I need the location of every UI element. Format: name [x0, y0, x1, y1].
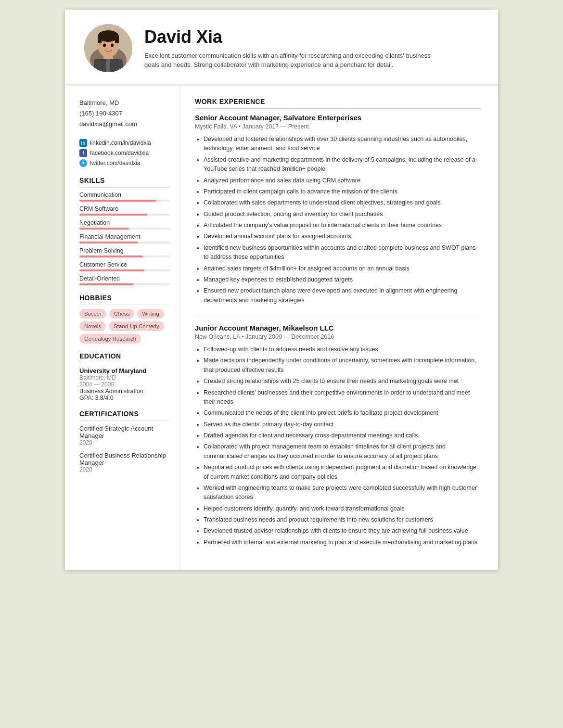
cert-name: Certified Business Relationship Manager — [79, 452, 170, 466]
bullet-item: Identified new business opportunities wi… — [204, 243, 481, 262]
svg-rect-6 — [115, 36, 119, 43]
bullet-item: Translated business needs and product re… — [204, 515, 481, 524]
bullet-item: Assisted creative and marketing departme… — [204, 155, 481, 174]
hobbies-section-title: HOBBIES — [79, 294, 170, 305]
skill-name: Financial Management — [79, 233, 170, 240]
linkedin-icon: in — [79, 139, 87, 147]
twitter-icon: ✦ — [79, 159, 87, 167]
skill-bar-fill — [79, 255, 143, 257]
svg-rect-10 — [106, 59, 110, 72]
skill-item: Customer Service — [79, 261, 170, 271]
job-title: Senior Account Manager, Salvatore Enterp… — [195, 114, 481, 122]
edu-school: University of Maryland — [79, 367, 170, 374]
cert-name: Certified Strategic Account Manager — [79, 425, 170, 439]
bullet-item: Communicated the needs of the client int… — [204, 409, 481, 418]
hobby-tag: Writing — [137, 309, 164, 319]
bullet-item: Participated in client campaign calls to… — [204, 187, 481, 196]
header-text: David Xia Excellent customer communicati… — [144, 27, 443, 70]
hobby-tag: Soccer — [79, 309, 106, 319]
job-meta: Mystic Falls, VA • January 2017 — Presen… — [195, 123, 481, 130]
bullet-item: Partnered with internal and external mar… — [204, 538, 481, 547]
edu-gpa: GPA: 3.8/4.0 — [79, 395, 170, 401]
job-item: Junior Account Manager, Mikaelson LLC Ne… — [195, 324, 481, 547]
cert-year: 2020 — [79, 466, 170, 473]
left-column: Baltimore, MD (165) 190-4307 davidxia@gm… — [65, 86, 180, 570]
twitter-link[interactable]: ✦ twitter.com/davidxia — [79, 159, 170, 167]
bullet-item: Worked with engineering teams to make su… — [204, 484, 481, 502]
skill-bar-bg — [79, 255, 170, 257]
skill-bar-bg — [79, 269, 170, 271]
body-section: Baltimore, MD (165) 190-4307 davidxia@gm… — [65, 86, 498, 570]
bullet-item: Collaborated with sales departments to u… — [204, 198, 481, 207]
resume-document: David Xia Excellent customer communicati… — [65, 10, 498, 570]
bullet-item: Ensured new product launch plans were de… — [204, 286, 481, 305]
bullet-item: Negotiated product prices with clients u… — [204, 463, 481, 482]
linkedin-url: linkedin.com/in/davidxia — [90, 140, 151, 146]
skill-bar-bg — [79, 242, 170, 243]
bullet-item: Attained sales targets of $4million+ for… — [204, 264, 481, 273]
bullet-item: Researched clients' businesses and their… — [204, 388, 481, 407]
bullet-item: Collaborated with project management tea… — [204, 442, 481, 461]
skills-container: Communication CRM Software Negotiation F… — [79, 192, 170, 285]
education-item: University of Maryland Baltimore, MD 200… — [79, 367, 170, 401]
work-experience-title: WORK EXPERIENCE — [195, 98, 481, 109]
skill-bar-bg — [79, 200, 170, 202]
skill-item: Negotiation — [79, 219, 170, 230]
bullet-item: Created strong relationships with 25 cli… — [204, 377, 481, 386]
contact-info: Baltimore, MD (165) 190-4307 davidxia@gm… — [79, 98, 170, 129]
skill-bar-bg — [79, 228, 170, 230]
skill-item: Communication — [79, 192, 170, 202]
svg-point-8 — [111, 44, 114, 47]
bullet-item: Followed-up with clients to address need… — [204, 345, 481, 354]
skill-bar-fill — [79, 283, 134, 285]
job-divider — [195, 316, 481, 316]
job-bullets: Developed and fostered relationships wit… — [195, 135, 481, 305]
hobby-tag: Genealogy Research — [79, 334, 141, 344]
edu-degree: Business Administration — [79, 388, 170, 395]
bullet-item: Developed and fostered relationships wit… — [204, 135, 481, 153]
contact-phone: (165) 190-4307 — [79, 108, 170, 119]
linkedin-link[interactable]: in linkedin.com/in/davidxia — [79, 139, 170, 147]
education-section-title: EDUCATION — [79, 352, 170, 363]
skill-bar-fill — [79, 269, 144, 271]
skill-bar-fill — [79, 242, 138, 243]
facebook-url: facebook.com/davidxia — [90, 150, 149, 156]
avatar — [84, 24, 132, 72]
education-container: University of Maryland Baltimore, MD 200… — [79, 367, 170, 401]
bullet-item: Managed key expenses to established budg… — [204, 275, 481, 284]
certifications-section-title: CERTIFICATIONS — [79, 410, 170, 421]
skill-name: Customer Service — [79, 261, 170, 268]
skill-bar-fill — [79, 228, 129, 230]
candidate-name: David Xia — [144, 27, 443, 47]
job-bullets: Followed-up with clients to address need… — [195, 345, 481, 547]
skill-item: CRM Software — [79, 205, 170, 216]
skill-name: Detail-Oriented — [79, 275, 170, 282]
bullet-item: Served as the clients' primary day-to-da… — [204, 420, 481, 429]
bullet-item: Drafted agendas for client and necessary… — [204, 431, 481, 440]
hobby-tag: Novels — [79, 321, 106, 331]
candidate-summary: Excellent customer communication skills … — [144, 51, 443, 70]
bullet-item: Developed annual account plans for assig… — [204, 232, 481, 241]
job-item: Senior Account Manager, Salvatore Enterp… — [195, 114, 481, 305]
contact-city: Baltimore, MD — [79, 98, 170, 108]
facebook-link[interactable]: f facebook.com/davidxia — [79, 149, 170, 157]
certification-item: Certified Business Relationship Manager … — [79, 452, 170, 473]
skill-bar-bg — [79, 283, 170, 285]
bullet-item: Analyzed performance and sales data usin… — [204, 176, 481, 185]
facebook-icon: f — [79, 149, 87, 157]
cert-year: 2020 — [79, 439, 170, 446]
bullet-item: Made decisions independently under condi… — [204, 356, 481, 375]
job-meta: New Orleans, LA • January 2009 — Decembe… — [195, 333, 481, 340]
skills-section-title: SKILLS — [79, 177, 170, 188]
jobs-container: Senior Account Manager, Salvatore Enterp… — [195, 114, 481, 547]
skill-bar-bg — [79, 214, 170, 216]
twitter-url: twitter.com/davidxia — [90, 160, 141, 166]
skill-item: Detail-Oriented — [79, 275, 170, 285]
hobbies-container: SoccerChessWritingNovelsStand-Up ComedyG… — [79, 309, 170, 344]
svg-point-7 — [103, 44, 106, 47]
skill-bar-fill — [79, 200, 156, 202]
skill-name: Problem-Solving — [79, 247, 170, 254]
certification-item: Certified Strategic Account Manager 2020 — [79, 425, 170, 446]
social-links: in linkedin.com/in/davidxia f facebook.c… — [79, 139, 170, 167]
skill-bar-fill — [79, 214, 147, 216]
